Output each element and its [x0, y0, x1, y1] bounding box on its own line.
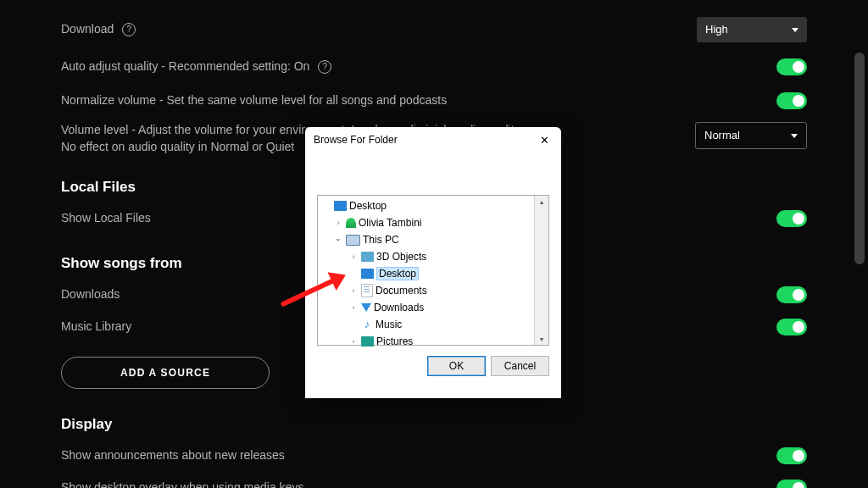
chevron-down-icon — [792, 28, 798, 32]
browse-folder-dialog: Browse For Folder ✕ Desktop › Olivia Tam… — [305, 127, 561, 398]
tree-row-downloads[interactable]: › Downloads — [318, 299, 534, 316]
tree-label: Olivia Tambini — [359, 217, 421, 229]
tree-label: Documents — [376, 285, 427, 297]
3dobjects-icon — [361, 252, 374, 262]
announcements-label: Show announcements about new releases — [61, 447, 285, 464]
tree-label: 3D Objects — [376, 251, 426, 263]
close-icon: ✕ — [540, 134, 549, 147]
auto-adjust-toggle[interactable] — [776, 58, 807, 75]
expander-icon[interactable]: › — [348, 337, 359, 346]
tree-row-user[interactable]: › Olivia Tambini — [318, 214, 534, 231]
volume-level-value: Normal — [704, 128, 740, 143]
tree-row-documents[interactable]: › Documents — [318, 282, 534, 299]
ok-button[interactable]: OK — [427, 356, 486, 376]
cancel-label: Cancel — [504, 360, 536, 372]
tree-row-thispc[interactable]: › This PC — [318, 231, 534, 248]
user-icon — [346, 218, 356, 228]
tree-label: Downloads — [374, 302, 424, 313]
show-local-files-label: Show Local Files — [61, 210, 151, 227]
normalize-label: Normalize volume - Set the same volume l… — [61, 92, 447, 109]
normalize-row: Normalize volume - Set the same volume l… — [61, 86, 807, 115]
music-icon: ♪ — [361, 319, 373, 330]
scroll-down-icon[interactable]: ▾ — [540, 333, 543, 345]
tree-label: Pictures — [376, 336, 413, 347]
desktop-icon — [361, 269, 374, 279]
normalize-toggle[interactable] — [776, 92, 807, 109]
tree-label: This PC — [363, 234, 399, 246]
music-library-toggle[interactable] — [776, 319, 807, 336]
tree-label: Music — [376, 319, 402, 330]
dialog-buttons: OK Cancel — [305, 346, 561, 376]
downloads-label: Downloads — [61, 286, 120, 303]
tree-row-desktop-selected[interactable]: Desktop — [318, 265, 534, 282]
expander-icon[interactable]: › — [333, 219, 343, 227]
add-source-button[interactable]: ADD A SOURCE — [61, 357, 270, 389]
expander-icon[interactable]: › — [348, 252, 359, 261]
dialog-title: Browse For Folder — [314, 134, 398, 146]
download-row: Download ? High — [61, 15, 807, 44]
downloads-toggle[interactable] — [776, 286, 807, 303]
tree-row-pictures[interactable]: › Pictures — [318, 333, 534, 350]
documents-icon — [361, 284, 373, 297]
overlay-label: Show desktop overlay when using media ke… — [61, 480, 303, 488]
expander-icon[interactable]: › — [348, 303, 359, 312]
tree-scrollbar[interactable]: ▴ ▾ — [534, 196, 548, 345]
tree-row-desktop-root[interactable]: Desktop — [318, 197, 534, 214]
expander-icon[interactable]: › — [348, 286, 359, 295]
expander-open-icon[interactable]: › — [334, 235, 342, 245]
ok-label: OK — [449, 360, 464, 372]
dialog-titlebar[interactable]: Browse For Folder ✕ — [305, 127, 561, 152]
announcements-toggle[interactable] — [776, 447, 807, 464]
cancel-button[interactable]: Cancel — [491, 356, 549, 376]
announcements-row: Show announcements about new releases — [61, 441, 807, 470]
music-library-label: Music Library — [61, 319, 131, 336]
download-quality-value: High — [705, 22, 728, 37]
thispc-icon — [346, 235, 360, 246]
scroll-up-icon[interactable]: ▴ — [540, 196, 543, 208]
auto-adjust-row: Auto adjust quality - Recommended settin… — [61, 53, 807, 81]
add-source-label: ADD A SOURCE — [120, 366, 210, 380]
help-icon[interactable]: ? — [122, 23, 136, 36]
tree-row-3dobjects[interactable]: › 3D Objects — [318, 248, 534, 265]
download-quality-select[interactable]: High — [697, 17, 807, 42]
tree-label-selected: Desktop — [376, 267, 419, 280]
desktop-icon — [334, 201, 347, 211]
pictures-icon — [361, 336, 374, 347]
download-label: Download — [61, 21, 114, 38]
dialog-close-button[interactable]: ✕ — [527, 127, 561, 152]
chevron-down-icon — [791, 134, 798, 138]
overlay-toggle[interactable] — [776, 480, 807, 488]
volume-level-select[interactable]: Normal — [695, 122, 807, 149]
display-heading: Display — [61, 414, 807, 435]
tree-row-music[interactable]: ♪ Music — [318, 316, 534, 333]
help-icon[interactable]: ? — [318, 60, 331, 74]
folder-tree: Desktop › Olivia Tambini › This PC › 3D … — [317, 195, 549, 346]
show-local-files-toggle[interactable] — [776, 210, 807, 227]
overlay-row: Show desktop overlay when using media ke… — [61, 474, 807, 488]
tree-label: Desktop — [349, 200, 387, 212]
auto-adjust-label: Auto adjust quality - Recommended settin… — [61, 58, 309, 75]
downloads-icon — [361, 303, 371, 312]
page-scrollbar[interactable] — [854, 53, 865, 264]
